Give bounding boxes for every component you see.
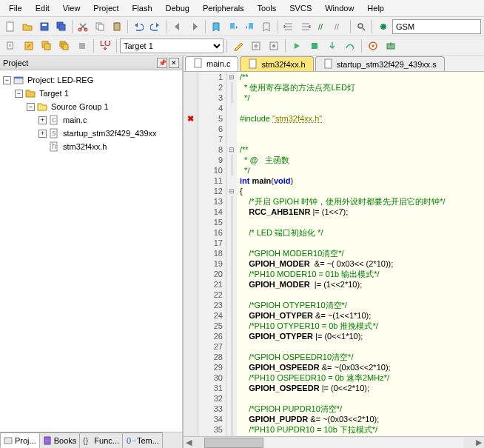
code-line[interactable]: */ bbox=[240, 93, 481, 103]
comment-button[interactable]: // bbox=[315, 19, 330, 35]
config-button[interactable] bbox=[365, 38, 381, 54]
rebuild-button[interactable] bbox=[38, 38, 55, 54]
code-line[interactable]: GPIOH_OTYPER |= (0<<1*10); bbox=[240, 331, 481, 341]
step-into-button[interactable] bbox=[324, 38, 340, 54]
code-line[interactable]: { bbox=[240, 186, 481, 196]
scroll-thumb[interactable] bbox=[204, 438, 263, 448]
copy-button[interactable] bbox=[93, 19, 108, 35]
scroll-right-icon[interactable]: ▶ bbox=[474, 438, 484, 448]
fold-collapse-icon[interactable]: ⊟ bbox=[226, 186, 237, 196]
manage-button[interactable] bbox=[266, 38, 282, 54]
debug-icon[interactable] bbox=[375, 19, 391, 35]
code-line[interactable]: #include "stm32f4xx.h" bbox=[240, 113, 481, 124]
code-line[interactable] bbox=[240, 124, 481, 134]
editor-tab[interactable]: main.c bbox=[185, 56, 238, 71]
code-line[interactable]: /** bbox=[240, 72, 481, 82]
menu-window[interactable]: Window bbox=[319, 1, 360, 15]
fold-margin[interactable]: ⊟⊟⊟ bbox=[226, 72, 237, 436]
panel-pin-button[interactable]: 📌 bbox=[157, 58, 167, 68]
menu-debug[interactable]: Debug bbox=[160, 1, 195, 15]
expand-icon[interactable]: + bbox=[38, 130, 47, 138]
new-button[interactable] bbox=[3, 19, 19, 35]
code-line[interactable]: int main(void) bbox=[240, 175, 481, 186]
tree-file[interactable]: + s startup_stm32f429_439xx bbox=[0, 127, 182, 140]
tree-target[interactable]: − Target 1 bbox=[0, 87, 182, 100]
redo-button[interactable] bbox=[148, 19, 164, 35]
menu-flash[interactable]: Flash bbox=[127, 1, 158, 15]
cut-button[interactable] bbox=[75, 19, 91, 35]
code-line[interactable] bbox=[240, 238, 481, 248]
menu-svcs[interactable]: SVCS bbox=[283, 1, 317, 15]
code-line[interactable]: GPIOH_OSPEEDR |= (0<<2*10); bbox=[240, 383, 481, 393]
editor-tab[interactable]: stm32f4xx.h bbox=[240, 56, 313, 71]
code-editor[interactable]: ✖ 12345678910111213141516171819202122232… bbox=[184, 72, 484, 436]
outdent-button[interactable] bbox=[298, 19, 313, 35]
code-line[interactable] bbox=[240, 217, 481, 227]
menu-edit[interactable]: Edit bbox=[30, 1, 56, 15]
collapse-icon[interactable]: − bbox=[27, 103, 35, 111]
step-over-button[interactable] bbox=[342, 38, 358, 54]
tab-project[interactable]: Proj... bbox=[0, 432, 40, 448]
horizontal-scrollbar[interactable]: ◀ ▶ bbox=[184, 436, 484, 448]
code-line[interactable]: GPIOH_MODER &= ~( 0x03<< (2*10)); bbox=[240, 258, 481, 269]
code-line[interactable] bbox=[240, 290, 481, 300]
menu-tools[interactable]: Tools bbox=[252, 1, 283, 15]
nav-forward-button[interactable] bbox=[186, 19, 202, 35]
panel-close-button[interactable]: ✕ bbox=[169, 58, 179, 68]
collapse-icon[interactable]: − bbox=[3, 76, 11, 84]
code-line[interactable]: */ bbox=[240, 165, 481, 175]
step-button[interactable] bbox=[306, 38, 323, 54]
code-line[interactable]: /*GPIOH OTYPER10清空*/ bbox=[240, 300, 481, 310]
tree-file[interactable]: + c main.c bbox=[0, 113, 182, 127]
save-all-button[interactable] bbox=[53, 19, 69, 35]
code-line[interactable]: GPIOH_PUPDR &= ~(0x03<<2*10); bbox=[240, 414, 481, 424]
nav-back-button[interactable] bbox=[169, 19, 185, 35]
tab-functions[interactable]: {}Func... bbox=[79, 432, 123, 448]
code-line[interactable]: * 使用寄存器的方法点亮LED灯 bbox=[240, 82, 481, 93]
code-line[interactable]: GPIOH_OSPEEDR &= ~(0x03<<2*10); bbox=[240, 362, 481, 372]
undo-button[interactable] bbox=[131, 19, 147, 35]
download-button[interactable]: LOAD bbox=[97, 38, 113, 54]
uncomment-button[interactable]: // bbox=[332, 19, 347, 35]
scroll-left-icon[interactable]: ◀ bbox=[184, 438, 194, 448]
tree-group[interactable]: − Source Group 1 bbox=[0, 100, 182, 113]
file-ext-button[interactable] bbox=[248, 38, 264, 54]
code-line[interactable]: /*PH10 PUPDR10 = 10b 下拉模式*/ bbox=[240, 424, 481, 435]
target-select[interactable]: Target 1 bbox=[120, 39, 223, 53]
indent-button[interactable] bbox=[281, 19, 297, 35]
editor-tab[interactable]: startup_stm32f429_439xx.s bbox=[315, 56, 445, 71]
find-button[interactable] bbox=[354, 19, 369, 35]
tab-books[interactable]: Books bbox=[39, 432, 81, 448]
collapse-icon[interactable]: − bbox=[15, 90, 23, 98]
code-line[interactable] bbox=[240, 103, 481, 113]
tab-templates[interactable]: 0→Tem... bbox=[122, 432, 163, 448]
stop-build-button[interactable] bbox=[74, 38, 90, 54]
menu-help[interactable]: Help bbox=[361, 1, 390, 15]
run-button[interactable] bbox=[289, 38, 305, 54]
code-line[interactable]: /** bbox=[240, 144, 481, 155]
bookmark-next-button[interactable] bbox=[242, 19, 258, 35]
tree-root[interactable]: − Project: LED-REG bbox=[0, 73, 182, 87]
bookmark-button[interactable] bbox=[209, 19, 224, 35]
save-button[interactable] bbox=[36, 19, 52, 35]
code-line[interactable]: /*GPIOH PUPDR10清空*/ bbox=[240, 404, 481, 414]
error-marker-icon[interactable]: ✖ bbox=[184, 113, 198, 124]
bookmark-prev-button[interactable] bbox=[226, 19, 241, 35]
project-tree[interactable]: − Project: LED-REG − Target 1 − Source G… bbox=[0, 70, 182, 432]
bookmark-clear-button[interactable] bbox=[259, 19, 275, 35]
code-line[interactable]: /*GPIOH OSPEEDR10清空*/ bbox=[240, 352, 481, 362]
paste-button[interactable] bbox=[109, 19, 124, 35]
fold-collapse-icon[interactable]: ⊟ bbox=[226, 144, 237, 155]
code-line[interactable]: /*PH10 OSPEEDR10 = 0b 速率2MHz*/ bbox=[240, 372, 481, 383]
code-line[interactable]: * @ 主函数 bbox=[240, 155, 481, 165]
code-line[interactable] bbox=[240, 134, 481, 144]
code-line[interactable]: GPIOH_OTYPER &= ~(1<<1*10); bbox=[240, 310, 481, 321]
menu-peripherals[interactable]: Peripherals bbox=[197, 1, 250, 15]
search-input[interactable] bbox=[392, 19, 481, 34]
build-button[interactable] bbox=[21, 38, 37, 54]
menu-project[interactable]: Project bbox=[87, 1, 124, 15]
menu-view[interactable]: View bbox=[57, 1, 87, 15]
translate-button[interactable] bbox=[3, 38, 19, 54]
code-line[interactable] bbox=[240, 341, 481, 352]
expand-icon[interactable]: + bbox=[38, 116, 47, 124]
